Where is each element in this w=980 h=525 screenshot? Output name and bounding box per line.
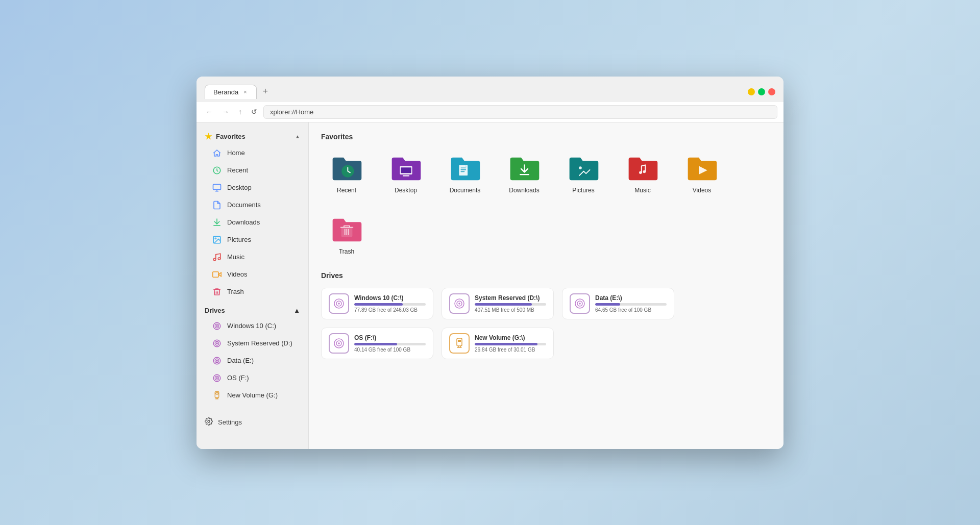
minimize-button[interactable] — [748, 88, 755, 95]
sidebar-item-desktop[interactable]: Desktop — [200, 179, 305, 196]
sidebar-item-drive-e[interactable]: Data (E:) — [200, 352, 305, 369]
folder-music-label: Music — [634, 187, 650, 194]
drive-e-icon — [212, 356, 222, 366]
tab-label: Beranda — [213, 88, 238, 96]
drives-collapse-arrow[interactable]: ▲ — [293, 307, 300, 314]
svg-point-30 — [643, 170, 646, 173]
sidebar-item-drive-d[interactable]: System Reserved (D:) — [200, 335, 305, 352]
sidebar-item-drive-c[interactable]: Windows 10 (C:) — [200, 317, 305, 335]
folder-downloads[interactable]: Downloads — [499, 149, 550, 198]
drive-g-icon — [212, 390, 222, 401]
documents-icon — [212, 200, 222, 210]
music-icon — [212, 252, 222, 262]
drive-icon-c — [329, 293, 349, 314]
drive-name-f: OS (F:\) — [354, 334, 426, 341]
sidebar-item-recent-label: Recent — [227, 166, 248, 174]
sidebar-item-trash[interactable]: Trash — [200, 283, 305, 301]
folder-recent-label: Recent — [337, 187, 356, 194]
settings-icon — [205, 417, 213, 427]
drive-name-d: System Reserved (D:\) — [475, 294, 546, 302]
drive-info-d: System Reserved (D:\) 407.51 MB free of … — [475, 294, 546, 313]
favorites-collapse-arrow[interactable]: ▲ — [295, 134, 300, 139]
folder-documents[interactable]: Documents — [439, 149, 491, 198]
folder-videos-icon — [684, 153, 720, 184]
folder-music-icon — [625, 153, 660, 184]
drive-free-f: 40.14 GB free of 100 GB — [354, 347, 426, 353]
drive-fill-c — [354, 303, 403, 306]
drive-name-e: Data (E:\) — [595, 294, 667, 302]
refresh-button[interactable]: ↺ — [248, 106, 260, 118]
settings-item[interactable]: Settings — [197, 412, 308, 432]
svg-point-10 — [216, 325, 217, 326]
new-tab-button[interactable]: + — [259, 84, 273, 99]
drive-item-d[interactable]: System Reserved (D:\) 407.51 MB free of … — [442, 288, 554, 319]
folder-recent[interactable]: Recent — [321, 149, 372, 198]
svg-point-3 — [215, 238, 216, 239]
sidebar-item-drive-c-label: Windows 10 (C:) — [227, 322, 276, 330]
close-button[interactable] — [768, 88, 775, 95]
home-icon — [212, 148, 222, 158]
drive-fill-g — [475, 343, 537, 345]
favorites-grid: Recent Desktop — [321, 149, 771, 198]
folder-desktop[interactable]: Desktop — [380, 149, 431, 198]
drive-free-d: 407.51 MB free of 500 MB — [475, 307, 546, 313]
svg-rect-25 — [403, 175, 409, 177]
drive-item-f[interactable]: OS (F:\) 40.14 GB free of 100 GB — [321, 328, 433, 359]
folder-trash-icon — [329, 214, 364, 245]
svg-point-5 — [218, 257, 220, 260]
sidebar-item-home[interactable]: Home — [200, 144, 305, 162]
sidebar-item-videos-label: Videos — [227, 270, 248, 278]
favorites-section-header: ★ Favorites ▲ — [197, 128, 308, 144]
svg-point-29 — [639, 171, 642, 174]
folder-documents-icon — [447, 153, 483, 184]
sidebar-item-downloads-label: Downloads — [227, 218, 260, 226]
tab-beranda[interactable]: Beranda × — [205, 85, 257, 99]
drive-info-g: New Volume (G:\) 26.84 GB free of 30.01 … — [475, 334, 546, 353]
sidebar-item-documents-label: Documents — [227, 201, 261, 209]
drive-name-g: New Volume (G:\) — [475, 334, 546, 341]
folder-documents-label: Documents — [450, 187, 481, 194]
up-button[interactable]: ↑ — [235, 106, 245, 118]
sidebar-item-documents[interactable]: Documents — [200, 196, 305, 214]
sidebar-item-recent[interactable]: Recent — [200, 162, 305, 179]
folder-music[interactable]: Music — [617, 149, 668, 198]
folder-trash[interactable]: Trash — [321, 210, 372, 259]
sidebar-item-home-label: Home — [227, 149, 245, 157]
svg-rect-26 — [401, 167, 411, 173]
drive-fill-f — [354, 343, 397, 345]
sidebar-item-videos[interactable]: Videos — [200, 266, 305, 283]
downloads-icon — [212, 217, 222, 228]
svg-rect-1 — [213, 184, 221, 190]
forward-button[interactable]: → — [219, 106, 232, 118]
sidebar-item-drive-f-label: OS (F:) — [227, 374, 249, 382]
sidebar-item-drive-f[interactable]: OS (F:) — [200, 369, 305, 387]
trash-grid: Trash — [321, 210, 771, 259]
drive-info-c: Windows 10 (C:\) 77.89 GB free of 246.03… — [354, 294, 426, 313]
drive-f-icon — [212, 373, 222, 383]
drive-bar-c — [354, 303, 426, 306]
drive-fill-d — [475, 303, 532, 306]
app-window: Beranda × + ← → ↑ ↺ ★ Favorites — [197, 77, 783, 449]
drive-item-c[interactable]: Windows 10 (C:\) 77.89 GB free of 246.03… — [321, 288, 433, 319]
folder-pictures-icon — [566, 153, 601, 184]
drives-grid: Windows 10 (C:\) 77.89 GB free of 246.03… — [321, 288, 771, 359]
drive-item-g[interactable]: New Volume (G:\) 26.84 GB free of 30.01 … — [442, 328, 554, 359]
tab-close-button[interactable]: × — [242, 89, 248, 95]
sidebar-item-desktop-label: Desktop — [227, 184, 252, 191]
sidebar-item-music[interactable]: Music — [200, 248, 305, 266]
sidebar-item-pictures[interactable]: Pictures — [200, 231, 305, 248]
svg-point-35 — [338, 303, 340, 305]
back-button[interactable]: ← — [203, 106, 216, 118]
folder-videos[interactable]: Videos — [676, 149, 727, 198]
drive-item-e[interactable]: Data (E:\) 64.65 GB free of 100 GB — [562, 288, 674, 319]
sidebar-item-drive-g[interactable]: New Volume (G:) — [200, 387, 305, 404]
svg-point-44 — [338, 342, 340, 344]
svg-point-4 — [213, 258, 216, 261]
address-bar[interactable] — [263, 105, 777, 119]
folder-downloads-icon — [506, 153, 542, 184]
maximize-button[interactable] — [758, 88, 765, 95]
navbar: ← → ↑ ↺ — [197, 102, 783, 122]
folder-pictures[interactable]: Pictures — [558, 149, 609, 198]
sidebar-item-downloads[interactable]: Downloads — [200, 214, 305, 231]
settings-label: Settings — [218, 418, 242, 426]
